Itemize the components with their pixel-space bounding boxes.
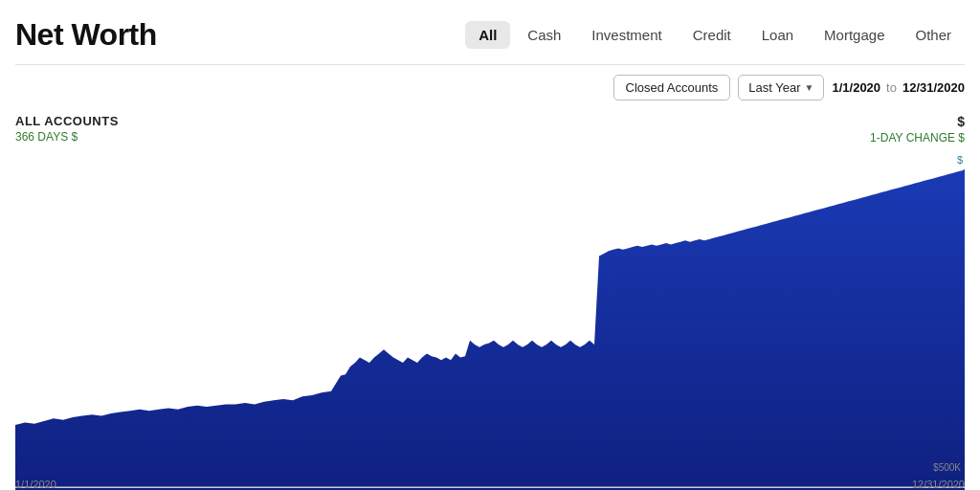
closed-accounts-button[interactable]: Closed Accounts <box>613 75 731 100</box>
chart-svg <box>15 152 965 490</box>
tab-credit[interactable]: Credit <box>679 21 745 49</box>
tab-other[interactable]: Other <box>902 21 965 49</box>
page-container: Net Worth All Cash Investment Credit Loa… <box>0 0 980 490</box>
date-end: 12/31/2020 <box>902 80 965 95</box>
account-name: ALL ACCOUNTS <box>15 114 119 128</box>
chart-x-start: 1/1/2020 <box>15 479 56 490</box>
date-to-label: to <box>886 80 897 95</box>
date-range: 1/1/2020 to 12/31/2020 <box>832 80 965 95</box>
period-label: Last Year <box>748 80 800 95</box>
period-selector[interactable]: Last Year ▼ <box>738 75 824 100</box>
page-title: Net Worth <box>15 17 157 53</box>
controls-row: Closed Accounts Last Year ▼ 1/1/2020 to … <box>15 65 965 106</box>
account-days: 366 DAYS $ <box>15 130 119 144</box>
account-info: ALL ACCOUNTS 366 DAYS $ $ 1-DAY CHANGE $ <box>15 106 965 148</box>
chart-area: $ $500K 1/1/2020 12/31/2020 <box>15 152 965 490</box>
chevron-down-icon: ▼ <box>805 82 814 93</box>
change-label: 1-DAY CHANGE $ <box>870 131 965 145</box>
account-value: $ <box>870 114 965 129</box>
header: Net Worth All Cash Investment Credit Loa… <box>15 0 965 65</box>
nav-tabs: All Cash Investment Credit Loan Mortgage… <box>465 21 965 49</box>
chart-fill <box>15 169 965 490</box>
date-start: 1/1/2020 <box>832 80 880 95</box>
tab-mortgage[interactable]: Mortgage <box>811 21 898 49</box>
account-left: ALL ACCOUNTS 366 DAYS $ <box>15 114 119 144</box>
chart-value-label: $ <box>957 154 963 166</box>
tab-investment[interactable]: Investment <box>578 21 675 49</box>
chart-x-end: 12/31/2020 <box>912 479 965 490</box>
tab-all[interactable]: All <box>465 21 510 49</box>
account-right: $ 1-DAY CHANGE $ <box>870 114 965 145</box>
tab-loan[interactable]: Loan <box>748 21 807 49</box>
chart-500k-label: $500K <box>933 462 961 473</box>
tab-cash[interactable]: Cash <box>514 21 574 49</box>
